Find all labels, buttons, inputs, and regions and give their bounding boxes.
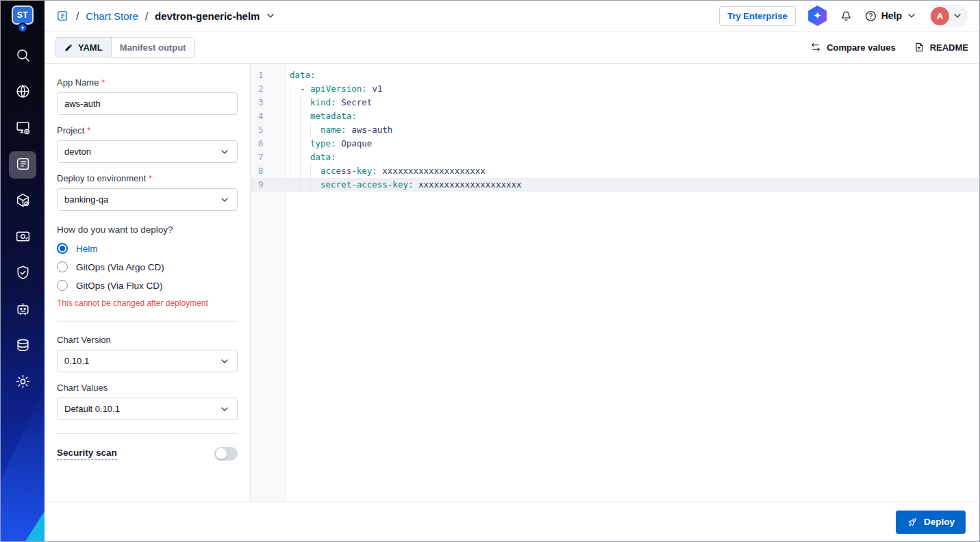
code-line[interactable]: 8access-key: xxxxxxxxxxxxxxxxxxxx: [251, 164, 979, 178]
line-number: 7: [251, 151, 285, 164]
chart-values-select[interactable]: Default 0.10.1: [57, 398, 238, 420]
document-icon: [914, 42, 925, 53]
deploy-method-option-gitops-via-argo-cd[interactable]: GitOps (Via Argo CD): [57, 261, 238, 272]
search-icon: [14, 47, 32, 66]
line-number: 1: [251, 68, 285, 82]
readme-button[interactable]: README: [914, 42, 968, 53]
required-asterisk: *: [87, 125, 90, 136]
rocket-icon: [907, 517, 918, 528]
environment-selected-value: banking-qa: [64, 194, 108, 205]
sidebar-item-security[interactable]: [9, 260, 36, 287]
chevron-down-icon: [219, 404, 230, 415]
notifications-bell-icon[interactable]: [840, 10, 853, 23]
radio-icon[interactable]: [57, 261, 68, 272]
app-name-input[interactable]: [57, 92, 238, 115]
line-number: 4: [251, 109, 285, 123]
tab-yaml-label: YAML: [78, 42, 103, 53]
code-text: metadata:: [285, 109, 979, 123]
sidebar-item-global[interactable]: [9, 79, 36, 106]
sidebar-item-resources[interactable]: [9, 333, 36, 360]
try-enterprise-button[interactable]: Try Enterprise: [719, 6, 795, 26]
breadcrumb-chart-store-link[interactable]: Chart Store: [86, 10, 138, 22]
chevron-down-icon: [952, 10, 963, 21]
deploy-method-option-gitops-via-flux-cd[interactable]: GitOps (Via Flux CD): [57, 280, 238, 291]
breadcrumb-separator: /: [145, 10, 148, 22]
main-area: / Chart Store / devtron-generic-helm Try…: [45, 1, 979, 541]
compare-values-label: Compare values: [827, 42, 895, 53]
security-scan-label: Security scan: [57, 448, 117, 460]
environment-select[interactable]: banking-qa: [57, 188, 238, 211]
chart-store-breadcrumb-icon: [55, 9, 69, 23]
sidebar-gradient-facet: [1, 384, 45, 541]
logo-badge: ST: [12, 5, 34, 25]
chart-version-select[interactable]: 0.10.1: [57, 350, 238, 372]
code-line[interactable]: 2- apiVersion: v1: [251, 82, 979, 96]
tab-manifest-output[interactable]: Manifest output: [112, 38, 194, 57]
sidebar-item-applications[interactable]: [9, 115, 36, 142]
monitor-gear-icon: [14, 119, 32, 138]
sidebar-item-search[interactable]: [9, 42, 36, 70]
code-text: - apiVersion: v1: [285, 82, 979, 96]
compare-arrows-icon: [810, 42, 821, 53]
sidebar-item-chart-store[interactable]: [9, 151, 36, 179]
code-line[interactable]: 3kind: Secret: [251, 96, 979, 109]
chart-version-group: Chart Version 0.10.1: [57, 335, 238, 372]
chart-values-group: Chart Values Default 0.10.1: [57, 383, 238, 420]
required-asterisk: *: [149, 173, 152, 183]
robot-icon: [14, 300, 32, 320]
code-lines: 1data:2- apiVersion: v13kind: Secret4met…: [251, 68, 979, 192]
package-gear-icon: [14, 192, 32, 211]
project-select[interactable]: devton: [57, 140, 238, 163]
pencil-icon: [64, 43, 73, 52]
code-line[interactable]: 9secret-access-key: xxxxxxxxxxxxxxxxxxxx: [251, 178, 979, 192]
content: App Name * Project * devton Deploy t: [45, 64, 979, 502]
avatar: A: [931, 7, 949, 25]
top-header: / Chart Store / devtron-generic-helm Try…: [45, 1, 979, 31]
tab-yaml[interactable]: YAML: [56, 38, 112, 57]
app-window: ST: [0, 0, 980, 542]
sidebar-item-cost[interactable]: [9, 224, 36, 251]
deploy-method-option-helm[interactable]: Helm: [57, 243, 238, 254]
chart-version-label: Chart Version: [57, 335, 238, 345]
sidebar-nav: [1, 42, 45, 396]
sidebar-item-bot[interactable]: [9, 296, 36, 324]
header-actions: Try Enterprise ✦ Help A: [719, 5, 968, 27]
devtron-logo[interactable]: ST: [10, 5, 35, 33]
compare-values-button[interactable]: Compare values: [810, 42, 895, 53]
values-toolbar: YAML Manifest output Compare values READ…: [45, 31, 979, 64]
yaml-editor[interactable]: 1data:2- apiVersion: v13kind: Secret4met…: [251, 64, 979, 502]
code-text: type: Opaque: [285, 137, 979, 151]
sidebar-cyan-corner: [25, 511, 45, 541]
code-text: name: aws-auth: [285, 123, 979, 137]
chevron-down-icon: [219, 194, 230, 205]
line-number: 6: [251, 137, 285, 151]
deploy-button[interactable]: Deploy: [896, 511, 966, 534]
sidebar-item-settings[interactable]: [9, 369, 36, 396]
app-name-group: App Name *: [57, 77, 238, 115]
money-icon: [14, 228, 32, 247]
security-scan-toggle[interactable]: [214, 447, 238, 461]
sidebar-item-packages[interactable]: [9, 188, 36, 215]
code-text: secret-access-key: xxxxxxxxxxxxxxxxxxxx: [285, 178, 979, 192]
ai-assistant-icon[interactable]: ✦: [807, 5, 828, 26]
code-text: access-key: xxxxxxxxxxxxxxxxxxxx: [285, 164, 979, 178]
database-sync-icon: [14, 337, 32, 356]
environment-label: Deploy to environment *: [57, 173, 238, 183]
radio-selected-icon[interactable]: [57, 243, 68, 254]
toolbar-actions: Compare values README: [810, 42, 968, 53]
code-line[interactable]: 4metadata:: [251, 109, 979, 123]
code-line[interactable]: 1data:: [251, 68, 979, 82]
radio-icon[interactable]: [57, 280, 68, 291]
code-line[interactable]: 6type: Opaque: [251, 137, 979, 151]
project-group: Project * devton: [57, 125, 238, 163]
radio-option-label: GitOps (Via Argo CD): [76, 262, 164, 272]
user-menu[interactable]: A: [929, 5, 968, 27]
line-number: 2: [251, 82, 285, 96]
breadcrumb-current-chart: devtron-generic-helm: [155, 10, 260, 22]
project-label: Project *: [57, 125, 238, 136]
help-menu[interactable]: Help: [864, 10, 917, 23]
code-line[interactable]: 7data:: [251, 151, 979, 164]
code-line[interactable]: 5name: aws-auth: [251, 123, 979, 137]
line-number: 8: [251, 164, 285, 178]
chevron-down-icon[interactable]: [265, 10, 276, 21]
